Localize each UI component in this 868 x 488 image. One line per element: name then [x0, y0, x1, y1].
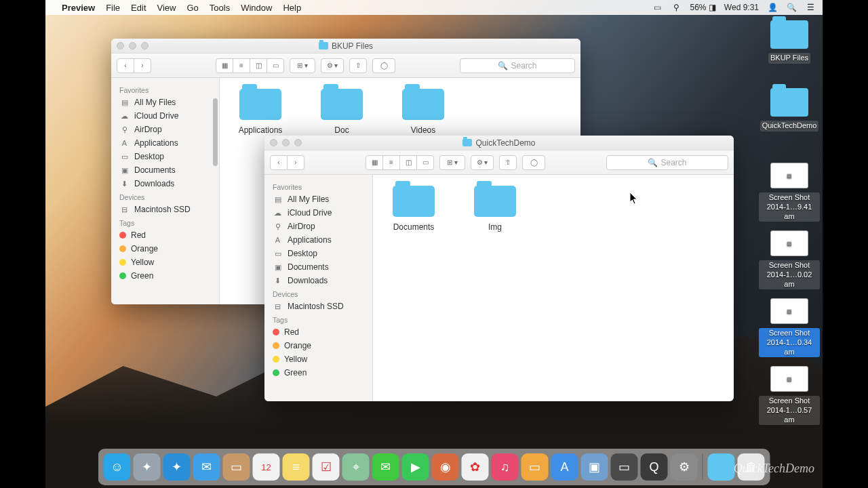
- action-button[interactable]: ⚙ ▾: [321, 58, 344, 73]
- menu-view[interactable]: View: [157, 3, 176, 13]
- tags-button[interactable]: ◯: [522, 155, 545, 170]
- dock-item-preview[interactable]: ▣: [581, 453, 608, 481]
- sidebar-tag-green[interactable]: Green: [111, 269, 219, 283]
- sidebar-item-icloud-drive[interactable]: ☁iCloud Drive: [111, 109, 219, 123]
- minimize-button[interactable]: [129, 42, 136, 49]
- content-area[interactable]: DocumentsImg: [373, 175, 734, 401]
- sidebar-item-documents[interactable]: ▣Documents: [111, 163, 219, 177]
- view-cover-button[interactable]: ▭: [416, 155, 434, 170]
- dock-item-itunes[interactable]: ♫: [492, 453, 519, 481]
- clock[interactable]: Wed 9:31: [724, 2, 759, 13]
- sidebar-item-all-my-files[interactable]: ▤All My Files: [111, 96, 219, 109]
- sidebar-item-airdrop[interactable]: ⚲AirDrop: [264, 220, 372, 233]
- menu-edit[interactable]: Edit: [131, 3, 146, 13]
- sidebar-item-device[interactable]: ⊟Macintosh SSD: [264, 300, 372, 313]
- sidebar-tag-orange[interactable]: Orange: [264, 339, 372, 352]
- menu-tools[interactable]: Tools: [210, 3, 230, 13]
- sidebar-tag-red[interactable]: Red: [264, 325, 372, 339]
- dock-item-photos[interactable]: ✿: [462, 453, 489, 481]
- dock-item-maps[interactable]: ⌖: [342, 453, 370, 481]
- view-icons-button[interactable]: ▦: [216, 58, 233, 73]
- sidebar-tag-yellow[interactable]: Yellow: [111, 256, 219, 269]
- close-button[interactable]: [117, 42, 124, 49]
- wifi-icon[interactable]: ⚲: [671, 2, 682, 13]
- action-button[interactable]: ⚙ ▾: [471, 155, 494, 170]
- dock-item-reminders[interactable]: ☑: [313, 453, 340, 481]
- arrange-button[interactable]: ⊞ ▾: [439, 155, 465, 170]
- view-cover-button[interactable]: ▭: [267, 58, 284, 73]
- view-list-button[interactable]: ≡: [382, 155, 400, 170]
- dock-item-contacts[interactable]: ▭: [223, 453, 250, 481]
- view-columns-button[interactable]: ◫: [250, 58, 267, 73]
- forward-button[interactable]: ›: [134, 58, 151, 73]
- folder-item-applications[interactable]: Applications: [233, 89, 288, 135]
- dock-item-photobooth[interactable]: ◉: [432, 453, 459, 481]
- view-list-button[interactable]: ≡: [233, 58, 250, 73]
- user-icon[interactable]: 👤: [767, 2, 778, 13]
- titlebar[interactable]: QuickTechDemo: [264, 136, 734, 150]
- back-button[interactable]: ‹: [270, 155, 288, 170]
- sidebar-item-airdrop[interactable]: ⚲AirDrop: [111, 123, 219, 136]
- desktop-item-screen-shot-2014-1-0-57-am[interactable]: ▧Screen Shot 2014-1…0.57 am: [759, 366, 820, 425]
- dock-item-prefs[interactable]: ⚙: [671, 453, 698, 481]
- dock-item-messages[interactable]: ✉: [372, 453, 399, 481]
- zoom-button[interactable]: [294, 139, 302, 146]
- dock-item-facetime[interactable]: ▶: [402, 453, 429, 481]
- sidebar-tag-yellow[interactable]: Yellow: [264, 352, 372, 366]
- folder-item-documents[interactable]: Documents: [387, 186, 441, 232]
- dock-item-downloads[interactable]: [708, 453, 735, 481]
- dock-item-safari[interactable]: ✦: [163, 453, 191, 481]
- desktop-item-quicktechdemo[interactable]: QuickTechDemo: [759, 88, 820, 131]
- dock-item-quicktime[interactable]: Q: [641, 453, 668, 481]
- sidebar-tag-red[interactable]: Red: [111, 228, 219, 242]
- arrange-button[interactable]: ⊞ ▾: [290, 58, 315, 73]
- app-menu[interactable]: Preview: [62, 3, 95, 13]
- dock-item-appstore[interactable]: A: [551, 453, 578, 481]
- close-button[interactable]: [270, 139, 277, 146]
- search-field[interactable]: 🔍Search: [460, 58, 575, 73]
- desktop-item-screen-shot-2014-1-0-02-am[interactable]: ▧Screen Shot 2014-1…0.02 am: [759, 230, 820, 289]
- battery-status[interactable]: 56% ◨: [690, 2, 715, 13]
- sidebar-item-applications[interactable]: AApplications: [111, 136, 219, 150]
- desktop-item-screen-shot-2014-1-0-34-am[interactable]: ▧Screen Shot 2014-1…0.34 am: [759, 298, 820, 357]
- folder-item-doc[interactable]: Doc: [315, 89, 369, 135]
- menu-window[interactable]: Window: [241, 3, 272, 13]
- folder-item-img[interactable]: Img: [468, 186, 522, 232]
- folder-item-videos[interactable]: Videos: [396, 89, 450, 135]
- sidebar-tag-green[interactable]: Green: [264, 366, 372, 380]
- dock-item-finder[interactable]: ☺: [104, 453, 131, 481]
- airplay-icon[interactable]: ▭: [652, 2, 663, 13]
- desktop-item-bkup-files[interactable]: BKUP Files: [759, 20, 820, 64]
- sidebar-item-downloads[interactable]: ⬇Downloads: [264, 274, 372, 287]
- spotlight-icon[interactable]: 🔍: [786, 2, 797, 13]
- search-field[interactable]: 🔍Search: [606, 155, 728, 170]
- titlebar[interactable]: BKUP Files: [111, 39, 580, 54]
- sidebar-item-applications[interactable]: AApplications: [264, 233, 372, 247]
- sidebar-item-desktop[interactable]: ▭Desktop: [111, 150, 219, 163]
- menu-help[interactable]: Help: [283, 3, 301, 13]
- dock-item-notes[interactable]: ≡: [283, 453, 310, 481]
- menu-file[interactable]: File: [106, 3, 120, 13]
- sidebar-item-downloads[interactable]: ⬇Downloads: [111, 177, 219, 190]
- forward-button[interactable]: ›: [287, 155, 304, 170]
- back-button[interactable]: ‹: [117, 58, 134, 73]
- scrollbar[interactable]: [213, 98, 218, 166]
- notification-center-icon[interactable]: ☰: [805, 2, 816, 13]
- sidebar-item-all-my-files[interactable]: ▤All My Files: [264, 192, 372, 206]
- menu-go[interactable]: Go: [186, 3, 198, 13]
- dock-item-ibooks[interactable]: ▭: [521, 453, 549, 481]
- view-icons-button[interactable]: ▦: [366, 155, 383, 170]
- sidebar-item-device[interactable]: ⊟Macintosh SSD: [111, 203, 219, 216]
- desktop-item-screen-shot-2014-1-9-41-am[interactable]: ▧Screen Shot 2014-1…9.41 am: [759, 163, 820, 222]
- minimize-button[interactable]: [282, 139, 290, 146]
- dock-item-dictionary[interactable]: ▭: [611, 453, 638, 481]
- share-button[interactable]: ⇧: [499, 155, 517, 170]
- sidebar-tag-orange[interactable]: Orange: [111, 242, 219, 256]
- dock-item-mail[interactable]: ✉: [193, 453, 220, 481]
- zoom-button[interactable]: [141, 42, 149, 49]
- sidebar-item-documents[interactable]: ▣Documents: [264, 260, 372, 274]
- sidebar-item-desktop[interactable]: ▭Desktop: [264, 247, 372, 260]
- share-button[interactable]: ⇧: [349, 58, 367, 73]
- dock-item-calendar[interactable]: 12: [253, 453, 280, 481]
- sidebar-item-icloud-drive[interactable]: ☁iCloud Drive: [264, 206, 372, 220]
